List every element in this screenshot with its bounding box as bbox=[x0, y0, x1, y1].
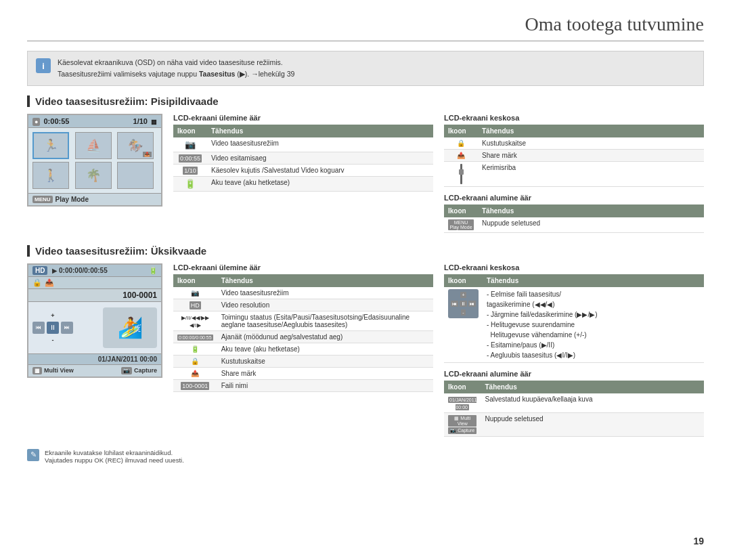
ctrl-row-1: ⏮ ⏸ ⏭ bbox=[32, 322, 73, 334]
icon-cell: 🔋 bbox=[173, 343, 217, 355]
cell-text: Kerimisriba bbox=[478, 161, 704, 186]
page-title: Oma tootega tutvumine bbox=[27, 14, 704, 41]
thumb-2: ⛵ bbox=[75, 132, 112, 159]
th-tahendus: Tähendus bbox=[478, 204, 704, 217]
cell-text: Video taasesitusrežiim bbox=[217, 287, 433, 299]
table-bot-2: Ikoon Tähendus 01/JAN/2011 00:00 Salvest… bbox=[444, 381, 704, 437]
table-row: Kerimisriba bbox=[444, 161, 704, 186]
table-row: 📷 Video taasesitusrežiim bbox=[173, 137, 433, 152]
table-row: + ⏮ ⏸ ⏭ - bbox=[444, 287, 704, 363]
lcd-video-bottom: ▦ Multi View 📷 Capture bbox=[28, 364, 161, 376]
section-pisipildivaade: Video taasesitusrežiim: Pisipildivaade ●… bbox=[27, 95, 704, 233]
cell-text: Kustutuskaitse bbox=[217, 355, 433, 367]
th-tahendus: Tähendus bbox=[481, 381, 704, 393]
cell-text: Nuppude seletused bbox=[481, 412, 704, 436]
table-row: 🔋 Aku teave (aku hetketase) bbox=[173, 343, 433, 355]
section1-title: Video taasesitusrežiim: Pisipildivaade bbox=[27, 95, 704, 107]
th-ikoon: Ikoon bbox=[444, 204, 478, 217]
table-section-top-2: LCD-ekraani ülemine äär Ikoon Tähendus 📷 bbox=[173, 263, 433, 437]
table-section-bot-1: LCD-ekraani alumine äär Ikoon Tähendus bbox=[444, 194, 704, 233]
table-label-mid-1: LCD-ekraani keskosa bbox=[444, 114, 704, 122]
table-top-1: Ikoon Tähendus 📷 Video taasesitusrežiim … bbox=[173, 125, 433, 192]
icon-cell: 🔋 bbox=[173, 176, 207, 191]
th-tahendus: Tähendus bbox=[217, 274, 433, 287]
th-ikoon: Ikoon bbox=[444, 381, 481, 393]
tables-row-2: LCD-ekraani ülemine äär Ikoon Tähendus 📷 bbox=[173, 263, 704, 437]
cell-text: Share märk bbox=[478, 149, 704, 161]
section2-title: Video taasesitusrežiim: Üksikvaade bbox=[27, 245, 704, 257]
info-line-2: Taasesitusrežiimi valimiseks vajutage nu… bbox=[58, 68, 294, 80]
th-tahendus: Tähendus bbox=[483, 274, 704, 287]
note-line-1: Ekraanile kuvatakse lühilast ekraaninäid… bbox=[45, 449, 184, 456]
lcd-hd-badge: HD ▶ 0:00:00/0:00:55 bbox=[32, 267, 108, 274]
lcd-video-mid: 100-0001 bbox=[28, 289, 161, 302]
cell-text: Nuppude seletused bbox=[478, 217, 704, 233]
table-row: ▶/II/◀◀/▶▶◀/I▶ Toimingu staatus (Esita/P… bbox=[173, 311, 433, 330]
cell-text: Share märk bbox=[217, 367, 433, 379]
table-section-bot-2: LCD-ekraani alumine äär Ikoon Tähendus bbox=[444, 370, 704, 437]
table-bot-1: Ikoon Tähendus MENU Play Mode Nuppude se… bbox=[444, 204, 704, 233]
note-line-2: Vajutades nuppu OK (REC) ilmuvad need uu… bbox=[45, 456, 184, 464]
th-ikoon: Ikoon bbox=[173, 274, 217, 287]
thumb-4: 🚶 bbox=[32, 162, 69, 189]
lcd-video-datetime: 01/JAN/2011 00:00 bbox=[28, 353, 161, 364]
page-number: 19 bbox=[693, 536, 704, 546]
cell-text: Video resolution bbox=[217, 299, 433, 311]
play-btn: ⏸ bbox=[47, 322, 59, 334]
prev-btn: ⏮ bbox=[32, 322, 45, 334]
thumb-3: 🏇 📤 bbox=[117, 132, 154, 159]
lcd-video-content: + ⏮ ⏸ ⏭ - 🏄 bbox=[28, 302, 161, 353]
table-row: 🔒 Kustutuskaitse bbox=[444, 137, 704, 150]
th-tahendus: Tähendus bbox=[478, 125, 704, 137]
table-row: 0:00:55 Video esitamisaeg bbox=[173, 152, 433, 164]
table-row: 1/10 Käesolev kujutis /Salvestatud Video… bbox=[173, 164, 433, 176]
cell-text: Video taasesitusrežiim bbox=[207, 137, 433, 152]
icon-cell: 🔒 bbox=[173, 355, 217, 367]
section2-content: HD ▶ 0:00:00/0:00:55 🔋 🔒 📤 100-0001 + ⏮ … bbox=[27, 263, 704, 437]
icon-cell: 🔒 bbox=[444, 137, 478, 150]
tables-row-1: LCD-ekraani ülemine äär Ikoon Tähendus 📷 bbox=[173, 114, 704, 233]
table-mid-1: Ikoon Tähendus 🔒 Kustutuskaitse 📤 bbox=[444, 125, 704, 187]
cell-text: Salvestatud kuupäeva/kellaaja kuva bbox=[481, 393, 704, 413]
section-uksikvaade: Video taasesitusrežiim: Üksikvaade HD ▶ … bbox=[27, 245, 704, 437]
bottom-note: ✎ Ekraanile kuvatakse lühilast ekraaninä… bbox=[27, 449, 704, 464]
table-row: ▦ Multi View 📷 Capture Nuppude seletused bbox=[444, 412, 704, 436]
info-line-1: Käesolevat ekraanikuva (OSD) on näha vai… bbox=[58, 57, 294, 68]
video-controls: + ⏮ ⏸ ⏭ - bbox=[32, 312, 73, 343]
info-box-text: Käesolevat ekraanikuva (OSD) on näha vai… bbox=[58, 57, 294, 80]
table-row: 📤 Share märk bbox=[444, 149, 704, 161]
table-section-mid-bot-2: LCD-ekraani keskosa Ikoon Tähendus bbox=[444, 263, 704, 437]
icon-cell: 📤 bbox=[173, 367, 217, 379]
note-icon: ✎ bbox=[27, 449, 39, 461]
tables-area-1: LCD-ekraani ülemine äär Ikoon Tähendus 📷 bbox=[173, 114, 704, 233]
table-mid-2: Ikoon Tähendus + bbox=[444, 274, 704, 363]
thumb-5: 🌴 bbox=[75, 162, 112, 189]
th-ikoon: Ikoon bbox=[444, 125, 478, 137]
battery-icon-2: 🔋 bbox=[149, 267, 157, 274]
cell-text: Aku teave (aku hetketase) bbox=[217, 343, 433, 355]
video-silhouette: 🏄 bbox=[103, 307, 157, 348]
cell-text: Aku teave (aku hetketase) bbox=[207, 176, 433, 191]
table-row: 0:00:00/0:00:55 Ajanäit (möödunud aeg/sa… bbox=[173, 330, 433, 343]
icon-cell: 📷 bbox=[173, 287, 217, 299]
scroll-icon bbox=[448, 164, 474, 184]
icon-cell: 01/JAN/2011 00:00 bbox=[444, 393, 481, 413]
next-btn: ⏭ bbox=[61, 322, 73, 334]
section1-content: ● 0:00:55 1/10 ▦ 🏃 ⛵ 🏇 📤 🚶 🌴 bbox=[27, 114, 704, 233]
icon-cell: ▦ Multi View 📷 Capture bbox=[444, 412, 481, 436]
lcd-icons-row: 🔒 📤 bbox=[28, 277, 161, 289]
thumb-1: 🏃 bbox=[32, 132, 69, 159]
th-tahendus: Tähendus bbox=[207, 125, 433, 137]
cell-text: Käesolev kujutis /Salvestatud Video kogu… bbox=[207, 164, 433, 176]
icon-cell: 📷 bbox=[173, 137, 207, 152]
icon-cell: 0:00:55 bbox=[173, 152, 207, 164]
cell-text: Ajanäit (möödunud aeg/salvestatud aeg) bbox=[217, 330, 433, 343]
table-section-top-1: LCD-ekraani ülemine äär Ikoon Tähendus 📷 bbox=[173, 114, 433, 233]
icon-cell: 100-0001 bbox=[173, 379, 217, 391]
lcd-video-top: HD ▶ 0:00:00/0:00:55 🔋 bbox=[28, 265, 161, 277]
icon-cell: ▶/II/◀◀/▶▶◀/I▶ bbox=[173, 311, 217, 330]
table-label-bot-2: LCD-ekraani alumine äär bbox=[444, 370, 704, 378]
icon-cell: 0:00:00/0:00:55 bbox=[173, 330, 217, 343]
cell-text: Video esitamisaeg bbox=[207, 152, 433, 164]
icon-cell: HD bbox=[173, 299, 217, 311]
